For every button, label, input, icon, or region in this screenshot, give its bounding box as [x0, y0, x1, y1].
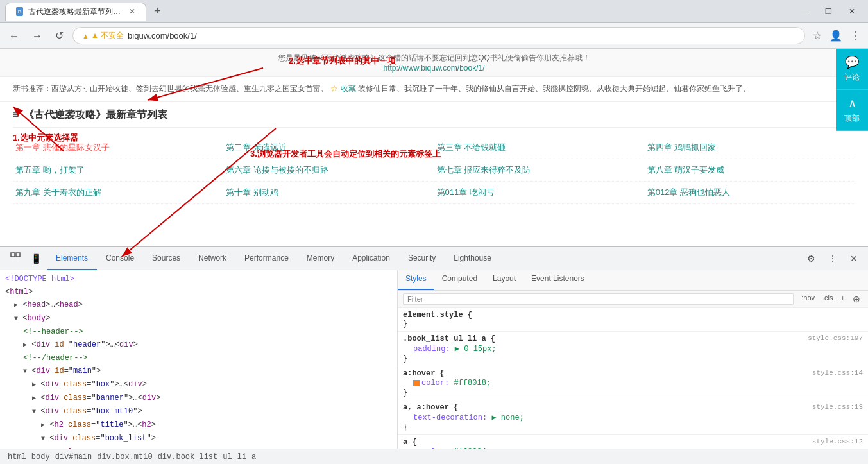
- devtools-tab-memory[interactable]: Memory: [298, 247, 343, 270]
- chapter-item[interactable]: 第012章 恶狗也怕恶人: [645, 182, 855, 204]
- page-viewport: 您是是见传《百代逆袭攻略》这个错的话请不要忘记回到您QQ书礼便偷偷告你朋友推荐哦…: [0, 49, 868, 246]
- style-tab-layout[interactable]: Layout: [485, 270, 523, 290]
- chapter-item[interactable]: 第011章 吃闷亏: [434, 182, 645, 204]
- dom-line[interactable]: ▶ <div id="header">…<div>: [0, 338, 397, 352]
- dom-line[interactable]: <html>: [0, 286, 397, 298]
- hov-filter[interactable]: :hov: [799, 293, 817, 305]
- url-bar[interactable]: ▲ ▲ 不安全 biquw.com/book/1/: [72, 27, 805, 44]
- dom-line[interactable]: ▶ <head>…<head>: [0, 298, 397, 312]
- devtools-tab-performance[interactable]: Performance: [235, 247, 298, 270]
- reco-suffix: 装修仙日常、我沉睡了一千年、我的修仙从自言开始、我能操控阴魂、从收徒大典开始崛起…: [358, 84, 751, 93]
- devtools-tab-security[interactable]: Security: [399, 247, 445, 270]
- active-tab[interactable]: B 古代逆袭攻略最新章节列表_古代... ✕: [5, 3, 146, 21]
- devtools-settings-button[interactable]: ⚙: [802, 251, 821, 266]
- css-source: style.css:13: [812, 403, 863, 411]
- style-tab-event-listeners[interactable]: Event Listeners: [523, 270, 592, 290]
- chapter-item[interactable]: 第六章 论揍与被揍的不归路: [223, 159, 434, 182]
- devtools-tab-sources[interactable]: Sources: [143, 247, 189, 270]
- account-button[interactable]: 👤: [827, 27, 845, 44]
- style-tab-styles[interactable]: Styles: [398, 270, 434, 290]
- chapter-item[interactable]: 第十章 别动鸡: [223, 182, 434, 204]
- dom-panel[interactable]: <!DOCTYPE html><html>▶ <head>…<head>▼ <b…: [0, 270, 398, 449]
- breadcrumb-item[interactable]: div.book_list: [155, 452, 221, 461]
- restore-button[interactable]: ❐: [817, 4, 840, 19]
- new-tab-button[interactable]: +: [149, 2, 166, 21]
- devtools-tab-network[interactable]: Network: [189, 247, 235, 270]
- chapter-item[interactable]: 第七章 报应来得猝不及防: [434, 159, 645, 182]
- dom-line[interactable]: ▶ <div class="banner">…<div>: [0, 391, 397, 405]
- devtools-close-button[interactable]: ✕: [845, 251, 863, 266]
- devtools-device-toggle[interactable]: 📱: [26, 251, 47, 266]
- breadcrumb-item[interactable]: div.box.mt10: [94, 452, 155, 461]
- page-notice: 您是是见传《百代逆袭攻略》这个错的话请不要忘记回到您QQ书礼便偷偷告你朋友推荐哦…: [0, 49, 868, 77]
- chapter-link[interactable]: 第八章 萌汉子要发威: [647, 165, 725, 175]
- dom-line[interactable]: ▼ <body>: [0, 312, 397, 325]
- float-sidebar: 💬 评论 ∧ 顶部: [836, 49, 868, 131]
- chapter-link[interactable]: 第二章 亲疏远近: [226, 142, 287, 152]
- devtools-tab-lighthouse[interactable]: Lighthouse: [445, 247, 500, 270]
- breadcrumb-item[interactable]: ul: [220, 452, 234, 461]
- top-button[interactable]: ∧ 顶部: [836, 90, 868, 131]
- chapter-item[interactable]: 第一章 悲催的星际女汉子: [13, 137, 223, 159]
- css-source: style.css:197: [808, 334, 863, 342]
- menu-button[interactable]: ⋮: [847, 27, 863, 44]
- chapter-link[interactable]: 第六章 论揍与被揍的不归路: [226, 165, 328, 175]
- new-rule-btn[interactable]: ⊕: [850, 293, 863, 305]
- devtools-tab-elements[interactable]: Elements: [47, 247, 97, 270]
- cls-filter[interactable]: .cls: [820, 293, 836, 305]
- tab-close-button[interactable]: ✕: [129, 7, 135, 16]
- devtools-tab-console[interactable]: Console: [97, 247, 143, 270]
- chapter-item[interactable]: 第九章 关于寿衣的正解: [13, 182, 223, 204]
- dom-line[interactable]: ▶ <div class="box">…<div>: [0, 378, 397, 391]
- back-button[interactable]: ←: [5, 28, 23, 44]
- devtools-tabs: ElementsConsoleSourcesNetworkPerformance…: [47, 247, 500, 270]
- devtools-tab-application[interactable]: Application: [343, 247, 399, 270]
- breadcrumb-item[interactable]: div#main: [53, 452, 95, 461]
- dom-line[interactable]: <!DOCTYPE html>: [0, 273, 397, 286]
- devtools-element-picker[interactable]: [5, 250, 26, 267]
- chapter-item[interactable]: 第五章 哟，打架了: [13, 159, 223, 182]
- styles-filter-input[interactable]: [403, 293, 794, 305]
- chapter-link[interactable]: 第三章 不给钱就砸: [437, 142, 506, 152]
- breadcrumb-item[interactable]: body: [29, 452, 53, 461]
- css-property[interactable]: padding: ▶ 0 15px;: [403, 343, 863, 354]
- chapter-item[interactable]: 第四章 鸡鸭抓回家: [645, 137, 855, 159]
- devtools-body: <!DOCTYPE html><html>▶ <head>…<head>▼ <b…: [0, 270, 868, 449]
- chapter-link[interactable]: 第七章 报应来得猝不及防: [437, 165, 531, 175]
- breadcrumb-item[interactable]: a: [249, 452, 259, 461]
- comment-button[interactable]: 💬 评论: [836, 49, 868, 90]
- chapter-link[interactable]: 第四章 鸡鸭抓回家: [647, 142, 717, 152]
- minimize-button[interactable]: —: [793, 4, 816, 19]
- chapter-item[interactable]: 第八章 萌汉子要发威: [645, 159, 855, 182]
- close-button[interactable]: ✕: [841, 4, 863, 19]
- style-tab-computed[interactable]: Computed: [434, 270, 485, 290]
- chapter-link[interactable]: 第九章 关于寿衣的正解: [15, 187, 101, 197]
- dom-indent: [5, 434, 41, 443]
- dom-line[interactable]: <!--header-->: [0, 325, 397, 338]
- add-filter[interactable]: +: [838, 293, 847, 305]
- notice-url[interactable]: http://www.biquw.com/book/1/: [383, 64, 484, 73]
- dom-line[interactable]: ▼ <div id="main">: [0, 365, 397, 378]
- chapter-link[interactable]: 第十章 别动鸡: [226, 187, 278, 197]
- css-property[interactable]: text-decoration: ▶ none;: [403, 412, 863, 423]
- dom-line[interactable]: <!--/header-->: [0, 352, 397, 365]
- reload-button[interactable]: ↺: [51, 27, 67, 44]
- chapter-item[interactable]: 第三章 不给钱就砸: [434, 137, 645, 159]
- breadcrumb-item[interactable]: html: [5, 452, 29, 461]
- forward-button[interactable]: →: [28, 28, 46, 44]
- chapter-link[interactable]: 第一章 悲催的星际女汉子: [15, 142, 110, 152]
- chapter-link[interactable]: 第012章 恶狗也怕恶人: [647, 187, 730, 197]
- chapter-link[interactable]: 第011章 吃闷亏: [437, 187, 495, 197]
- chapter-link[interactable]: 第五章 哟，打架了: [15, 165, 85, 175]
- bookmark-button[interactable]: ☆: [810, 27, 824, 44]
- chapter-item[interactable]: 第二章 亲疏远近: [223, 137, 434, 159]
- css-property[interactable]: color: #ff8018;: [403, 378, 863, 388]
- css-closing-brace: }: [403, 388, 863, 397]
- dom-line[interactable]: ▼ <div class="box mt10">: [0, 405, 397, 418]
- dom-line[interactable]: ▼ <div class="book_list">: [0, 432, 397, 445]
- devtools-more-button[interactable]: ⋮: [823, 251, 842, 266]
- breadcrumb-item[interactable]: li: [235, 452, 249, 461]
- css-closing-brace: }: [403, 320, 863, 329]
- dom-line[interactable]: ▶ <h2 class="title">…<h2>: [0, 418, 397, 432]
- bookmark-link[interactable]: 收藏: [341, 84, 356, 93]
